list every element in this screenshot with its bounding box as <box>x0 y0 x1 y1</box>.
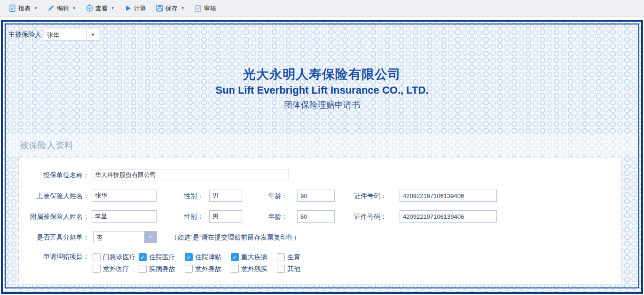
save-button[interactable]: 保存 ▼ <box>152 2 188 15</box>
view-label: 查看 <box>95 4 108 13</box>
document-icon <box>8 4 16 12</box>
attached-insured-id-label: 证件号码： <box>354 210 387 223</box>
claim-item-label: 住院津贴 <box>195 253 221 261</box>
attached-insured-name-input[interactable] <box>92 210 157 223</box>
claim-item: ✓重大疾病 <box>231 253 277 262</box>
attached-insured-age-label: 年龄： <box>265 210 288 223</box>
report-label: 报表 <box>18 4 31 13</box>
claim-item: 疾病身故 <box>139 264 185 273</box>
attached-insured-age-input[interactable] <box>297 210 335 223</box>
section-band: 被保险人资料 <box>7 135 637 155</box>
checkbox-checked-icon[interactable]: ✓ <box>185 253 193 261</box>
view-button[interactable]: 查看 ▼ <box>82 2 118 15</box>
checkbox-unchecked-icon[interactable] <box>185 265 193 273</box>
claim-item: 意外医疗 <box>93 264 139 273</box>
chevron-down-icon: ▼ <box>111 6 115 10</box>
edit-button[interactable]: 编辑 ▼ <box>43 2 80 15</box>
main-insured-name-input[interactable] <box>92 190 157 202</box>
edit-label: 编辑 <box>57 4 69 13</box>
claim-items-row-2: 意外医疗疾病身故意外身故意外残疾其他 <box>93 264 323 273</box>
insured-selector-label: 主被保险人 <box>8 29 41 40</box>
claim-items-label: 申请理赔项目： <box>19 252 89 261</box>
main-area: 主被保险人 张华 ▼ 光大永明人寿保险有限公司 Sun Lift Everbri… <box>0 17 644 295</box>
form-title: 团体保险理赔申请书 <box>6 99 638 111</box>
split-bill-note: （如选“是”请在提交理赔前留存发票复印件） <box>171 231 300 243</box>
audit-button[interactable]: 审核 <box>190 2 220 15</box>
main-insured-age-label: 年龄： <box>265 190 288 202</box>
split-bill-value: 否 <box>94 231 144 243</box>
section-title: 被保险人资料 <box>20 139 73 151</box>
split-bill-select[interactable]: 否 ▼ <box>93 231 157 243</box>
insured-select-value: 张华 <box>44 29 86 40</box>
main-insured-name-label: 主被保险人姓名： <box>19 190 89 202</box>
main-insured-id-input[interactable] <box>400 190 497 202</box>
save-icon <box>156 4 164 12</box>
claim-item-label: 其他 <box>287 265 300 272</box>
split-bill-label: 是否开具分割单： <box>19 231 89 243</box>
checkbox-unchecked-icon[interactable] <box>277 253 285 261</box>
chevron-down-icon: ▼ <box>34 6 38 10</box>
claim-item-label: 疾病身故 <box>149 265 175 272</box>
audit-label: 审核 <box>204 4 216 13</box>
checkbox-unchecked-icon[interactable] <box>277 265 285 273</box>
attached-insured-id-input[interactable] <box>400 210 497 223</box>
claim-items-row-1: 门急诊医疗✓住院医疗✓住院津贴✓重大疾病生育 <box>93 253 323 262</box>
insured-info-panel: 投保单位名称： 主被保险人姓名： 性别： 年龄： 证件号码： 附属被保险人姓名：… <box>19 158 620 284</box>
unit-name-label: 投保单位名称： <box>19 169 89 181</box>
claim-item-label: 意外身故 <box>195 265 221 272</box>
checkbox-unchecked-icon[interactable] <box>93 253 101 261</box>
claim-item: 其他 <box>277 264 323 273</box>
calculate-button[interactable]: 计算 <box>120 2 150 15</box>
play-icon <box>124 4 132 12</box>
attached-insured-gender-label: 性别： <box>180 210 204 223</box>
attached-insured-name-label: 附属被保险人姓名： <box>19 210 89 223</box>
save-label: 保存 <box>165 4 178 13</box>
pencil-icon <box>47 4 55 12</box>
checkbox-checked-icon[interactable]: ✓ <box>139 253 147 261</box>
main-insured-gender-label: 性别： <box>180 190 204 202</box>
chevron-down-icon[interactable]: ▼ <box>86 29 99 40</box>
claim-item: 意外残疾 <box>231 264 277 273</box>
insured-select[interactable]: 张华 ▼ <box>44 29 99 40</box>
checkbox-unchecked-icon[interactable] <box>93 265 101 273</box>
claim-item: 意外身故 <box>185 264 231 273</box>
attached-insured-gender-input[interactable] <box>209 210 242 223</box>
claim-item: ✓住院津贴 <box>185 253 231 262</box>
claim-item-label: 意外医疗 <box>103 265 129 272</box>
report-button[interactable]: 报表 ▼ <box>5 2 41 15</box>
claim-item-label: 意外残疾 <box>241 265 267 272</box>
document-frame-inner: 主被保险人 张华 ▼ 光大永明人寿保险有限公司 Sun Lift Everbri… <box>5 24 639 288</box>
chevron-down-icon[interactable]: ▼ <box>144 231 157 243</box>
claim-item-label: 重大疾病 <box>241 253 267 261</box>
claim-item: ✓住院医疗 <box>139 253 185 262</box>
claim-item-label: 住院医疗 <box>149 253 175 261</box>
checkbox-unchecked-icon[interactable] <box>231 265 239 273</box>
insured-selector-row: 主被保险人 张华 ▼ <box>8 29 99 40</box>
checkbox-checked-icon[interactable]: ✓ <box>231 253 239 261</box>
company-name-en: Sun Lift Everbright Lift Insurance CO., … <box>6 84 638 96</box>
main-insured-age-input[interactable] <box>297 190 335 202</box>
main-insured-gender-input[interactable] <box>209 190 242 202</box>
chevron-down-icon: ▼ <box>181 6 185 10</box>
unit-name-input[interactable] <box>92 169 289 181</box>
checkbox-unchecked-icon[interactable] <box>139 265 147 273</box>
claim-item: 门急诊医疗 <box>93 253 139 262</box>
target-icon <box>86 4 94 12</box>
company-name-cn: 光大永明人寿保险有限公司 <box>6 66 638 83</box>
claim-item-label: 生育 <box>287 253 300 261</box>
chevron-down-icon: ▼ <box>72 6 76 10</box>
main-insured-id-label: 证件号码： <box>354 190 387 202</box>
claim-item: 生育 <box>277 253 323 262</box>
clipboard-check-icon <box>194 4 202 12</box>
claim-item-label: 门急诊医疗 <box>103 253 136 261</box>
document-frame: 主被保险人 张华 ▼ 光大永明人寿保险有限公司 Sun Lift Everbri… <box>1 20 643 294</box>
calculate-label: 计算 <box>134 4 146 13</box>
title-block: 光大永明人寿保险有限公司 Sun Lift Everbright Lift In… <box>6 66 638 111</box>
toolbar: 报表 ▼ 编辑 ▼ 查看 ▼ 计算 保存 ▼ 审核 <box>0 0 644 17</box>
